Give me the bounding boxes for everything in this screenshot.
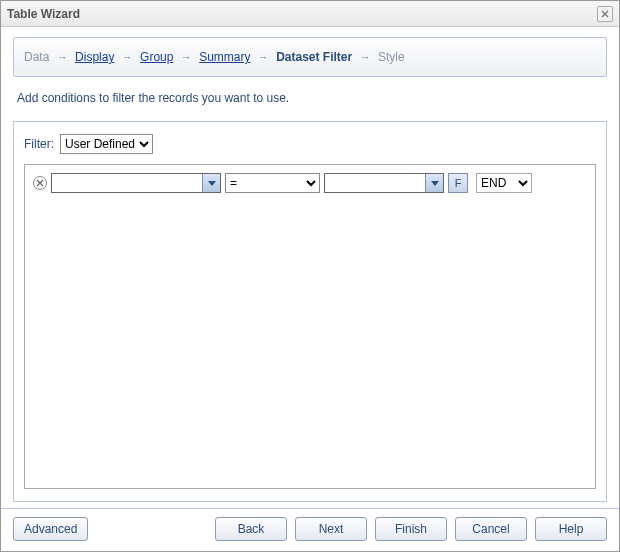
remove-condition-icon[interactable] <box>33 176 47 190</box>
value-combo[interactable] <box>324 173 444 193</box>
description-text: Add conditions to filter the records you… <box>17 91 603 105</box>
filter-panel: Filter: User Defined = <box>13 121 607 502</box>
formula-button[interactable]: F <box>448 173 468 193</box>
cancel-button[interactable]: Cancel <box>455 517 527 541</box>
crumb-data: Data <box>24 50 49 64</box>
arrow-icon: → <box>258 51 269 63</box>
close-icon[interactable] <box>597 6 613 22</box>
advanced-button[interactable]: Advanced <box>13 517 88 541</box>
arrow-icon: → <box>57 51 68 63</box>
chevron-down-icon[interactable] <box>425 174 443 192</box>
breadcrumb: Data → Display → Group → Summary → Datas… <box>13 37 607 77</box>
arrow-icon: → <box>122 51 133 63</box>
arrow-icon: → <box>360 51 371 63</box>
logic-select[interactable]: END <box>476 173 532 193</box>
crumb-dataset-filter: Dataset Filter <box>276 50 352 64</box>
dialog-footer: Advanced Back Next Finish Cancel Help <box>1 508 619 551</box>
table-wizard-dialog: Table Wizard Data → Display → Group → Su… <box>0 0 620 552</box>
condition-row: = F END <box>33 173 587 193</box>
value-combo-input[interactable] <box>325 174 425 192</box>
field-combo[interactable] <box>51 173 221 193</box>
field-combo-input[interactable] <box>52 174 202 192</box>
window-title: Table Wizard <box>7 7 597 21</box>
operator-select[interactable]: = <box>225 173 320 193</box>
arrow-icon: → <box>181 51 192 63</box>
footer-buttons: Back Next Finish Cancel Help <box>215 517 607 541</box>
crumb-display[interactable]: Display <box>75 50 114 64</box>
conditions-box: = F END <box>24 164 596 489</box>
next-button[interactable]: Next <box>295 517 367 541</box>
crumb-group[interactable]: Group <box>140 50 173 64</box>
crumb-summary[interactable]: Summary <box>199 50 250 64</box>
back-button[interactable]: Back <box>215 517 287 541</box>
titlebar: Table Wizard <box>1 1 619 27</box>
crumb-style: Style <box>378 50 405 64</box>
chevron-down-icon[interactable] <box>202 174 220 192</box>
help-button[interactable]: Help <box>535 517 607 541</box>
finish-button[interactable]: Finish <box>375 517 447 541</box>
dialog-body: Data → Display → Group → Summary → Datas… <box>1 27 619 508</box>
filter-type-select[interactable]: User Defined <box>60 134 153 154</box>
filter-type-row: Filter: User Defined <box>24 134 596 154</box>
filter-label: Filter: <box>24 137 54 151</box>
